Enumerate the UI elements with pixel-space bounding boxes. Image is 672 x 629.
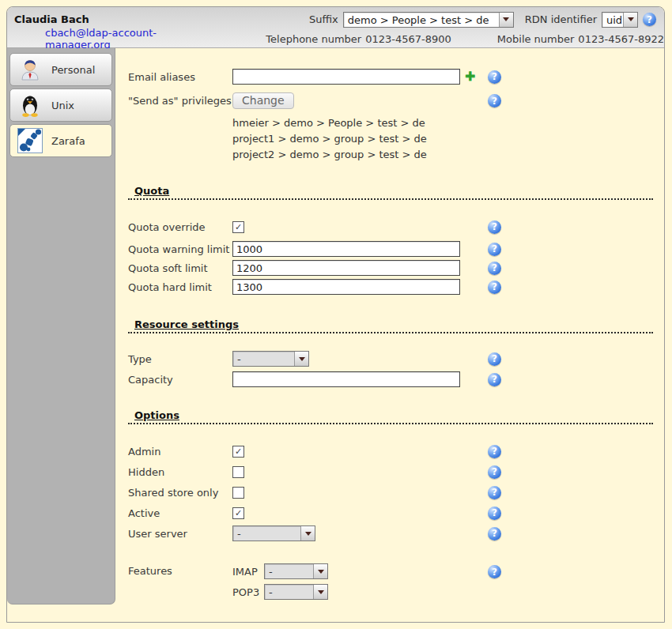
help-icon[interactable]: ?	[488, 465, 501, 479]
account-header: Claudia Bach Suffix demo > People > test…	[7, 7, 664, 48]
help-icon[interactable]: ?	[488, 243, 501, 256]
quota-override-label: Quota override	[128, 221, 232, 233]
send-as-row: "Send as" privileges Change ?	[128, 92, 653, 109]
quota-hard-input[interactable]	[232, 279, 460, 295]
rdn-identifier-label: RDN identifier	[525, 13, 597, 25]
tab-label: Zarafa	[51, 135, 85, 147]
tab-unix[interactable]: Unix	[9, 89, 112, 122]
quota-warning-input[interactable]	[232, 241, 460, 257]
email-aliases-label: Email aliases	[128, 71, 232, 83]
send-as-entry: project1 > demo > group > test > de	[232, 131, 653, 147]
dropdown-arrow-icon	[623, 13, 637, 27]
hidden-checkbox[interactable]	[232, 466, 244, 478]
help-icon[interactable]: ?	[488, 281, 501, 294]
suffix-label: Suffix	[309, 13, 338, 25]
suffix-select[interactable]: demo > People > test > de	[343, 12, 514, 28]
zarafa-settings-form: Email aliases ✚ ? "Send as" privileges C…	[115, 48, 664, 623]
tab-label: Personal	[51, 64, 95, 76]
dropdown-arrow-icon	[313, 585, 327, 599]
header-row-2: cbach@ldap-account-manager.org Telephone…	[7, 30, 664, 47]
admin-label: Admin	[128, 446, 232, 458]
quota-override-checkbox[interactable]	[232, 221, 244, 233]
mobile-field: Mobile number0123-4567-8922	[497, 33, 664, 45]
features-label: Features	[128, 563, 232, 577]
help-icon[interactable]: ?	[488, 486, 501, 499]
user-server-label: User server	[128, 528, 232, 540]
rdn-identifier-select[interactable]: uid	[602, 12, 638, 28]
resource-type-label: Type	[128, 353, 232, 365]
options-section-title: Options	[128, 409, 653, 424]
pop3-select[interactable]: -	[264, 584, 328, 600]
user-server-row: User server - ?	[128, 525, 653, 541]
sidebar: Personal Unix	[7, 48, 115, 623]
mobile-value: 0123-4567-8922	[578, 33, 664, 45]
hidden-label: Hidden	[128, 466, 232, 478]
quota-warning-row: Quota warning limit ?	[128, 241, 653, 257]
dropdown-arrow-icon	[294, 352, 308, 366]
add-icon[interactable]: ✚	[465, 70, 475, 83]
active-row: Active ?	[128, 505, 653, 521]
dropdown-arrow-icon	[313, 564, 327, 578]
telephone-value: 0123-4567-8900	[365, 33, 451, 45]
active-label: Active	[128, 507, 232, 519]
admin-row: Admin ?	[128, 443, 653, 459]
shared-store-only-checkbox[interactable]	[232, 487, 244, 499]
resource-section-title: Resource settings	[128, 318, 653, 333]
quota-hard-row: Quota hard limit ?	[128, 279, 653, 295]
zarafa-logo-icon	[17, 128, 43, 153]
pop3-label: POP3	[232, 586, 264, 598]
capacity-row: Capacity ?	[128, 371, 653, 387]
help-icon[interactable]: ?	[488, 373, 501, 386]
change-button[interactable]: Change	[232, 92, 294, 109]
help-icon[interactable]: ?	[488, 527, 501, 540]
help-icon[interactable]: ?	[643, 13, 656, 26]
capacity-input[interactable]	[232, 371, 460, 387]
shared-store-only-label: Shared store only	[128, 487, 232, 499]
quota-soft-row: Quota soft limit ?	[128, 260, 653, 276]
help-icon[interactable]: ?	[488, 70, 501, 84]
telephone-field: Telephone number0123-4567-8900	[266, 33, 451, 45]
shared-store-only-row: Shared store only ?	[128, 484, 653, 500]
resource-type-select[interactable]: -	[232, 351, 309, 367]
mobile-label: Mobile number	[497, 33, 575, 45]
imap-label: IMAP	[232, 566, 264, 578]
send-as-label: "Send as" privileges	[128, 95, 232, 107]
tab-personal[interactable]: Personal	[9, 53, 112, 86]
quota-section-title: Quota	[128, 185, 653, 200]
user-server-select[interactable]: -	[232, 525, 315, 541]
email-aliases-input[interactable]	[232, 69, 460, 85]
admin-checkbox[interactable]	[232, 446, 244, 458]
imap-select[interactable]: -	[264, 563, 328, 579]
help-icon[interactable]: ?	[488, 94, 501, 107]
help-icon[interactable]: ?	[488, 352, 501, 366]
account-title: Claudia Bach	[14, 13, 89, 25]
person-avatar-icon	[17, 57, 43, 82]
quota-soft-label: Quota soft limit	[128, 262, 232, 274]
imap-row: IMAP -	[232, 563, 328, 579]
sidebar-panel: Personal Unix	[7, 48, 115, 605]
help-icon[interactable]: ?	[488, 220, 501, 234]
send-as-entries: hmeier > demo > People > test > de proje…	[232, 115, 653, 163]
help-icon[interactable]: ?	[488, 565, 501, 578]
quota-override-row: Quota override ?	[128, 219, 653, 235]
features-row: Features IMAP - POP3 -	[128, 563, 653, 600]
help-icon[interactable]: ?	[488, 507, 501, 520]
lam-account-window: Claudia Bach Suffix demo > People > test…	[6, 6, 665, 623]
dropdown-arrow-icon	[300, 526, 315, 540]
email-aliases-row: Email aliases ✚ ?	[128, 69, 653, 85]
active-checkbox[interactable]	[232, 507, 244, 519]
quota-soft-input[interactable]	[232, 260, 460, 276]
tux-penguin-icon	[17, 92, 43, 118]
hidden-row: Hidden ?	[128, 464, 653, 480]
help-icon[interactable]: ?	[488, 262, 501, 275]
account-email-link[interactable]: cbach@ldap-account-manager.org	[45, 27, 220, 51]
tab-zarafa[interactable]: Zarafa	[9, 124, 112, 157]
quota-hard-label: Quota hard limit	[128, 281, 232, 293]
pop3-row: POP3 -	[232, 584, 328, 600]
quota-warning-label: Quota warning limit	[128, 243, 232, 255]
dropdown-arrow-icon	[499, 13, 513, 27]
capacity-label: Capacity	[128, 374, 232, 386]
help-icon[interactable]: ?	[488, 445, 501, 458]
telephone-label: Telephone number	[266, 33, 361, 45]
resource-type-row: Type - ?	[128, 351, 653, 367]
